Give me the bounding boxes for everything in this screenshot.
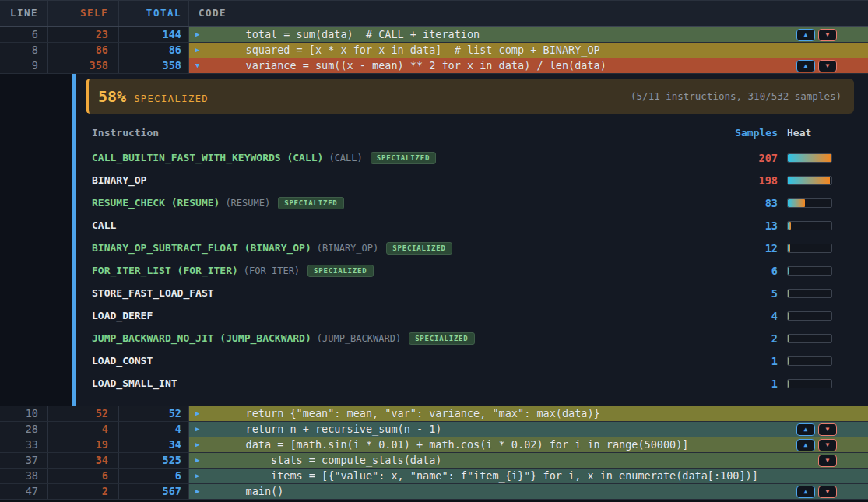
instruction-name: FOR_ITER_LIST (FOR_ITER)(FOR_ITER)SPECIA… bbox=[86, 265, 708, 277]
row-actions: ▲▼ bbox=[796, 60, 837, 72]
heat-bar-fill bbox=[788, 199, 805, 207]
instruction-name: CALL_BUILTIN_FAST_WITH_KEYWORDS (CALL)(C… bbox=[86, 152, 708, 164]
samples-value: 207 bbox=[708, 152, 778, 164]
code-cell[interactable]: ▼ variance = sum((x - mean) ** 2 for x i… bbox=[189, 58, 868, 73]
total-samples-cell: 4 bbox=[119, 422, 189, 437]
code-row[interactable]: 623144▶ total = sum(data) # CALL + itera… bbox=[0, 27, 868, 43]
instruction-row: BINARY_OP198 bbox=[86, 169, 854, 191]
code-column-header: CODE bbox=[189, 1, 868, 26]
code-row[interactable]: 3734525▶ stats = compute_stats(data)▼ bbox=[0, 453, 868, 469]
expand-triangle-icon[interactable]: ▶ bbox=[195, 422, 206, 437]
heat-bar bbox=[787, 311, 832, 321]
specialization-summary: (5/11 instructions, 310/532 samples) bbox=[631, 90, 842, 102]
code-cell[interactable]: ▶ total = sum(data) # CALL + iteration▲▼ bbox=[189, 27, 868, 42]
code-cell[interactable]: ▶ items = [{"value": x, "name": f"item_{… bbox=[189, 469, 868, 483]
total-samples-cell: 358 bbox=[119, 58, 189, 73]
specialized-percent: 58% bbox=[98, 87, 126, 106]
opcode-name: FOR_ITER_LIST (FOR_ITER) bbox=[92, 265, 238, 276]
heat-bar-fill bbox=[788, 222, 791, 230]
heat-bar-fill bbox=[788, 290, 789, 297]
line-number-cell: 37 bbox=[0, 453, 48, 468]
code-row[interactable]: 2844▶ return n + recursive_sum(n - 1)▲▼ bbox=[0, 422, 868, 437]
code-cell[interactable]: ▶ main()▲▼ bbox=[189, 484, 868, 499]
opcode-name: LOAD_DEREF bbox=[92, 310, 153, 321]
move-down-button[interactable]: ▼ bbox=[818, 439, 837, 451]
heat-bar-fill bbox=[788, 244, 790, 252]
instruction-row: RESUME_CHECK (RESUME)(RESUME)SPECIALIZED… bbox=[86, 191, 854, 214]
instruction-row: JUMP_BACKWARD_NO_JIT (JUMP_BACKWARD)(JUM… bbox=[86, 327, 854, 349]
heat-bar bbox=[787, 176, 832, 185]
code-row[interactable]: 9358358▼ variance = sum((x - mean) ** 2 … bbox=[0, 58, 868, 74]
specialized-badge: SPECIALIZED bbox=[371, 152, 436, 164]
line-number-cell: 33 bbox=[0, 437, 48, 452]
expand-triangle-icon[interactable]: ▶ bbox=[195, 437, 206, 452]
self-samples-cell: 6 bbox=[48, 469, 119, 483]
profiler-table: LINE SELF TOTAL CODE 623144▶ total = sum… bbox=[0, 0, 868, 500]
base-opcode: (RESUME) bbox=[225, 198, 270, 209]
instruction-name: RESUME_CHECK (RESUME)(RESUME)SPECIALIZED bbox=[86, 197, 708, 209]
instruction-row: CALL13 bbox=[86, 214, 854, 237]
code-rows-top: 623144▶ total = sum(data) # CALL + itera… bbox=[0, 27, 868, 74]
heat-bar bbox=[787, 244, 832, 253]
instruction-rows: CALL_BUILTIN_FAST_WITH_KEYWORDS (CALL)(C… bbox=[86, 146, 854, 395]
code-cell[interactable]: ▶ return {"mean": mean, "var": variance,… bbox=[189, 406, 868, 421]
row-actions: ▲▼ bbox=[796, 29, 837, 41]
opcode-name: STORE_FAST_LOAD_FAST bbox=[92, 287, 214, 299]
code-text: data = [math.sin(i * 0.01) + math.cos(i … bbox=[220, 437, 688, 452]
code-cell[interactable]: ▶ data = [math.sin(i * 0.01) + math.cos(… bbox=[189, 437, 868, 452]
instruction-name: BINARY_OP_SUBTRACT_FLOAT (BINARY_OP)(BIN… bbox=[86, 242, 708, 255]
heat-bar-fill bbox=[788, 177, 830, 184]
code-row[interactable]: 472567▶ main()▲▼ bbox=[0, 484, 868, 500]
instruction-column-header: Instruction bbox=[86, 127, 708, 139]
base-opcode: (JUMP_BACKWARD) bbox=[317, 333, 401, 344]
code-row[interactable]: 3866▶ items = [{"value": x, "name": f"it… bbox=[0, 469, 868, 484]
instruction-name: STORE_FAST_LOAD_FAST bbox=[86, 287, 708, 299]
expand-triangle-icon[interactable]: ▶ bbox=[195, 453, 206, 468]
heat-bar-fill bbox=[788, 154, 831, 162]
expand-triangle-icon[interactable]: ▶ bbox=[195, 469, 206, 483]
code-cell[interactable]: ▶ stats = compute_stats(data)▼ bbox=[189, 453, 868, 468]
self-samples-cell: 52 bbox=[48, 406, 119, 421]
code-text: return n + recursive_sum(n - 1) bbox=[220, 422, 441, 437]
line-number-cell: 9 bbox=[0, 58, 48, 73]
samples-value: 6 bbox=[708, 265, 778, 277]
move-down-button[interactable]: ▼ bbox=[818, 455, 837, 467]
row-actions: ▲▼ bbox=[796, 486, 837, 498]
expand-triangle-icon[interactable]: ▶ bbox=[195, 27, 206, 42]
instruction-name: LOAD_CONST bbox=[86, 355, 708, 367]
code-text: main() bbox=[220, 484, 283, 499]
specialization-banner: 58%SPECIALIZED (5/11 instructions, 310/5… bbox=[86, 79, 854, 114]
collapse-triangle-icon[interactable]: ▼ bbox=[195, 58, 206, 73]
samples-value: 83 bbox=[708, 197, 778, 209]
expand-triangle-icon[interactable]: ▶ bbox=[195, 43, 206, 58]
samples-value: 1 bbox=[708, 355, 778, 367]
move-up-button[interactable]: ▲ bbox=[796, 423, 815, 436]
move-up-button[interactable]: ▲ bbox=[796, 29, 815, 41]
code-cell[interactable]: ▶ return n + recursive_sum(n - 1)▲▼ bbox=[189, 422, 868, 437]
move-down-button[interactable]: ▼ bbox=[818, 423, 837, 436]
code-cell[interactable]: ▶ squared = [x * x for x in data] # list… bbox=[189, 43, 868, 58]
expand-triangle-icon[interactable]: ▶ bbox=[195, 484, 206, 499]
code-text: squared = [x * x for x in data] # list c… bbox=[220, 43, 600, 58]
self-samples-cell: 2 bbox=[48, 484, 119, 499]
move-down-button[interactable]: ▼ bbox=[818, 60, 837, 72]
heat-bar bbox=[787, 221, 832, 230]
samples-value: 2 bbox=[708, 332, 778, 345]
move-down-button[interactable]: ▼ bbox=[818, 486, 837, 498]
code-row[interactable]: 331934▶ data = [math.sin(i * 0.01) + mat… bbox=[0, 437, 868, 453]
move-up-button[interactable]: ▲ bbox=[796, 60, 815, 72]
instruction-row: CALL_BUILTIN_FAST_WITH_KEYWORDS (CALL)(C… bbox=[86, 146, 854, 169]
heat-column-header: Heat bbox=[787, 127, 832, 139]
heat-bar bbox=[787, 289, 832, 298]
heat-bar-fill bbox=[788, 335, 789, 342]
self-samples-cell: 4 bbox=[48, 422, 119, 437]
move-up-button[interactable]: ▲ bbox=[796, 439, 815, 451]
expand-triangle-icon[interactable]: ▶ bbox=[195, 406, 206, 421]
code-row[interactable]: 105252▶ return {"mean": mean, "var": var… bbox=[0, 406, 868, 422]
move-up-button[interactable]: ▲ bbox=[796, 486, 815, 498]
move-down-button[interactable]: ▼ bbox=[818, 29, 837, 41]
total-samples-cell: 525 bbox=[119, 453, 189, 468]
samples-value: 198 bbox=[708, 174, 778, 187]
code-row[interactable]: 88686▶ squared = [x * x for x in data] #… bbox=[0, 43, 868, 58]
code-text: total = sum(data) # CALL + iteration bbox=[220, 27, 480, 42]
